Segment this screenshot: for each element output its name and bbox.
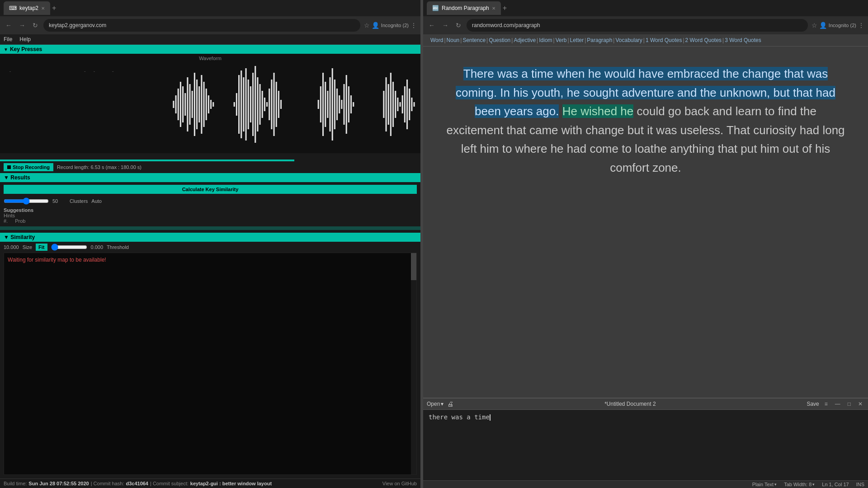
link-vocabulary[interactable]: Vocabulary	[615, 37, 642, 43]
similarity-map: Waiting for similarity map to be availab…	[4, 253, 417, 475]
link-letter[interactable]: Letter	[570, 37, 584, 43]
waiting-message: Waiting for similarity map to be availab…	[4, 253, 416, 267]
incognito-label: Incognito (2)	[381, 23, 409, 28]
results-header[interactable]: ▼ Results	[0, 173, 420, 182]
rp-refresh-button[interactable]: ↻	[454, 20, 463, 31]
save-button[interactable]: Save	[807, 401, 819, 407]
svg-rect-31	[252, 73, 254, 136]
status-bar: Build time: Sun Jun 28 07:52:55 2020 | C…	[0, 479, 420, 488]
new-tab-button[interactable]: +	[52, 4, 56, 12]
playback-bar[interactable]	[0, 153, 420, 161]
svg-rect-12	[189, 84, 191, 125]
link-sentence[interactable]: Sentence	[462, 37, 486, 43]
svg-rect-6	[175, 95, 177, 113]
auto-label: Auto	[91, 198, 102, 204]
link-paragraph[interactable]: Paragraph	[587, 37, 612, 43]
refresh-button[interactable]: ↻	[31, 20, 40, 31]
rp-tab-title: Random Paragraph	[442, 5, 489, 11]
plain-text-selector[interactable]: Plain Text ▾	[752, 482, 777, 487]
document-title: *Untitled Document 2	[457, 401, 803, 407]
link-3word-quotes[interactable]: 3 Word Quotes	[725, 37, 761, 43]
left-tab-bar: ⌨ keytap2 ✕ +	[0, 0, 420, 16]
svg-rect-29	[248, 80, 249, 129]
menu-help[interactable]: Help	[19, 36, 31, 42]
svg-rect-18	[203, 82, 205, 127]
clusters-label: Clusters	[70, 198, 88, 204]
keytap2-tab[interactable]: ⌨ keytap2 ✕	[4, 1, 50, 15]
svg-rect-46	[322, 73, 324, 136]
url-bar[interactable]	[43, 19, 360, 32]
link-question[interactable]: Question	[489, 37, 510, 43]
svg-rect-66	[397, 98, 398, 111]
ins-label: INS	[856, 482, 864, 487]
rp-forward-button[interactable]: →	[440, 20, 450, 31]
hash-label: #.	[4, 218, 8, 224]
minimize-button[interactable]: —	[833, 401, 842, 407]
stop-recording-button[interactable]: Stop Recording	[4, 163, 53, 171]
build-time: Sun Jun 28 07:52:55 2020	[28, 481, 89, 486]
svg-rect-36	[264, 98, 265, 111]
build-label: Build time:	[4, 481, 27, 486]
link-verb[interactable]: Verb	[556, 37, 567, 43]
sim-scrollbar[interactable]	[411, 253, 416, 474]
fit-button[interactable]: Fit	[36, 244, 47, 251]
rp-url-bar[interactable]	[467, 19, 808, 32]
svg-rect-9	[182, 86, 184, 122]
sim-size-val: 10.000	[4, 244, 19, 250]
rp-tab-favicon: 🔤	[432, 5, 439, 11]
threshold-slider[interactable]	[51, 244, 87, 251]
cluster-slider[interactable]	[4, 197, 49, 205]
svg-text:-: -	[112, 69, 113, 74]
keypresses-header[interactable]: ▼ Key Presses	[0, 45, 420, 54]
bookmark-icon[interactable]: ☆	[364, 22, 370, 29]
app-menu: File Help	[0, 34, 420, 45]
svg-rect-43	[280, 100, 282, 109]
link-2word-quotes[interactable]: 2 Word Quotes	[685, 37, 722, 43]
rp-back-button[interactable]: ←	[427, 20, 437, 31]
svg-text:-: -	[94, 69, 95, 74]
svg-rect-17	[201, 75, 202, 134]
github-link[interactable]: View on GitHub	[382, 481, 417, 486]
close-button[interactable]: ✕	[856, 401, 864, 407]
svg-rect-41	[276, 82, 277, 127]
hamburger-button[interactable]: ≡	[823, 401, 830, 407]
calculate-key-similarity-button[interactable]: Calculate Key Similarity	[4, 185, 417, 194]
rp-tab-close-icon[interactable]: ✕	[492, 6, 495, 11]
menu-file[interactable]: File	[4, 36, 12, 42]
random-paragraph-tab[interactable]: 🔤 Random Paragraph ✕	[427, 1, 501, 15]
controls-bar: Stop Recording Record length: 6.53 s (ma…	[0, 161, 420, 173]
open-button[interactable]: Open ▾	[427, 401, 443, 407]
right-nav-bar: ← → ↻ ☆ 👤 Incognito (2) ⋮	[423, 16, 868, 34]
rp-menu-icon[interactable]: ⋮	[858, 22, 864, 29]
svg-rect-55	[344, 84, 345, 125]
similarity-header[interactable]: ▼ Similarity	[0, 233, 420, 242]
back-button[interactable]: ←	[4, 20, 14, 31]
menu-icon[interactable]: ⋮	[410, 22, 417, 29]
tab-width-selector[interactable]: Tab Width: 8 ▾	[784, 482, 815, 487]
editor-print-icon[interactable]: 🖨	[447, 400, 453, 408]
forward-button[interactable]: →	[17, 20, 27, 31]
restore-button[interactable]: □	[846, 401, 853, 407]
tab-close-icon[interactable]: ✕	[41, 6, 45, 11]
link-noun[interactable]: Noun	[447, 37, 460, 43]
link-1word-quotes[interactable]: 1 Word Quotes	[646, 37, 682, 43]
svg-rect-38	[269, 89, 270, 120]
svg-rect-51	[334, 80, 335, 129]
record-info: Record length: 6.53 s (max : 180.00 s)	[57, 164, 142, 170]
svg-rect-65	[395, 91, 396, 118]
svg-rect-62	[388, 84, 389, 125]
svg-rect-11	[187, 77, 188, 131]
svg-rect-73	[414, 102, 415, 107]
rp-new-tab-button[interactable]: +	[503, 4, 507, 12]
svg-rect-32	[255, 66, 256, 143]
stop-button-label: Stop Recording	[13, 164, 50, 170]
editor-body[interactable]: there was a time	[423, 410, 868, 480]
svg-rect-26	[241, 70, 242, 138]
svg-rect-56	[346, 75, 347, 134]
link-idiom[interactable]: Idiom	[539, 37, 552, 43]
link-word[interactable]: Word	[430, 37, 443, 43]
rp-bookmark-icon[interactable]: ☆	[811, 22, 817, 29]
link-adjective[interactable]: Adjective	[514, 37, 536, 43]
suggestions-numbers-row: #. Prob	[4, 218, 417, 224]
svg-rect-40	[274, 73, 275, 136]
